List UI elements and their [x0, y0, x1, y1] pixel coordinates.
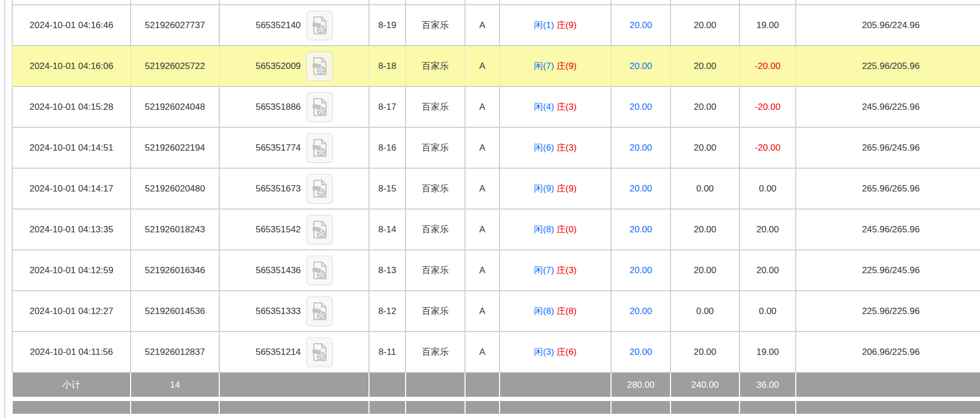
- cell-table-code: A: [465, 291, 500, 332]
- bet-amount-link[interactable]: 20.00: [630, 61, 652, 71]
- video-replay-button[interactable]: [306, 92, 333, 122]
- cell-win-loss: -20.00: [740, 46, 796, 86]
- game-id-text: 565351886: [255, 102, 300, 112]
- cell-round: 8-19: [369, 5, 406, 46]
- banker-result: 庄(9): [556, 20, 577, 30]
- table-row[interactable]: 2024-10-01 04:12:27521926014536565351333…: [12, 291, 980, 332]
- table-row[interactable]: 2024-10-01 04:13:35521926018243565351542…: [12, 209, 980, 250]
- bet-amount-link[interactable]: 20.00: [630, 102, 652, 112]
- cell-result: 闲(6) 庄(3): [500, 127, 611, 168]
- cell-win-loss: -20.00: [740, 127, 796, 168]
- cell-bet-time: 2024-10-01 04:12:27: [12, 291, 131, 332]
- clipped-total-row: [12, 399, 980, 414]
- cell-bet-time: 2024-10-01 04:13:35: [12, 209, 131, 250]
- video-file-icon: [311, 138, 328, 158]
- cell-balance: 245.96/225.96: [796, 86, 980, 127]
- table-row[interactable]: 2024-10-01 04:12:59521926016346565351436…: [12, 250, 980, 291]
- cell-game-type: 百家乐: [406, 46, 465, 86]
- cell-game-id: 565351673: [219, 168, 369, 209]
- win-loss-value: 19.00: [757, 347, 779, 357]
- cell-game-id: 565352140: [219, 5, 369, 46]
- cell-bet-amount: 20.00: [611, 250, 670, 291]
- cell-win-loss: 20.00: [740, 250, 796, 291]
- cell-bet-time: 2024-10-01 04:14:17: [12, 168, 131, 209]
- bet-amount-link[interactable]: 20.00: [630, 306, 652, 316]
- banker-result: 庄(0): [556, 224, 577, 234]
- cell-order-id: 521926020480: [131, 168, 219, 209]
- betting-records-table-wrap: 2024-10-01 04:16:46521926027737565352140…: [12, 0, 980, 414]
- banker-result: 庄(3): [556, 102, 577, 112]
- player-result: 闲(1): [534, 20, 554, 30]
- cell-valid-amount: 0.00: [670, 168, 740, 209]
- table-row[interactable]: 2024-10-01 04:14:51521926022194565351774…: [12, 127, 980, 168]
- cell-balance: 206.96/225.96: [796, 332, 980, 372]
- game-id-text: 565351436: [255, 265, 300, 276]
- video-replay-button[interactable]: [306, 256, 333, 285]
- cell-win-loss: 20.00: [740, 209, 796, 250]
- game-id-text: 565351542: [255, 224, 300, 235]
- bet-amount-link[interactable]: 20.00: [630, 224, 652, 234]
- cell-bet-time: 2024-10-01 04:12:59: [12, 250, 131, 291]
- video-file-icon: [311, 16, 328, 35]
- cell-game-type: 百家乐: [406, 332, 465, 372]
- table-row-highlighted[interactable]: 2024-10-01 04:16:06521926025722565352009…: [12, 46, 980, 86]
- video-replay-button[interactable]: [306, 11, 333, 40]
- bet-amount-link[interactable]: 20.00: [630, 20, 652, 30]
- video-replay-button[interactable]: [306, 337, 333, 367]
- cell-round: 8-18: [369, 46, 406, 86]
- cell-table-code: A: [465, 127, 500, 168]
- cell-table-code: A: [465, 46, 500, 86]
- cell-round: 8-12: [369, 291, 406, 332]
- cell-order-id: 521926012837: [131, 332, 219, 372]
- banker-result: 庄(9): [556, 184, 577, 194]
- cell-valid-amount: 20.00: [670, 250, 740, 291]
- cell-balance: 265.96/245.96: [796, 127, 980, 168]
- bet-amount-link[interactable]: 20.00: [630, 265, 652, 275]
- video-file-icon: [311, 343, 328, 362]
- bet-amount-link[interactable]: 20.00: [630, 143, 652, 153]
- cell-game-type: 百家乐: [406, 250, 465, 291]
- video-file-icon: [311, 220, 328, 239]
- cell-balance: 265.96/265.96: [796, 168, 980, 209]
- table-row[interactable]: 2024-10-01 04:16:46521926027737565352140…: [12, 5, 980, 46]
- cell-game-type: 百家乐: [406, 86, 465, 127]
- cell-game-type: 百家乐: [406, 5, 465, 46]
- banker-result: 庄(9): [556, 61, 577, 71]
- game-id-text: 565352140: [255, 20, 300, 31]
- cell-bet-amount: 20.00: [611, 5, 670, 46]
- cell-round: 8-17: [369, 86, 406, 127]
- bet-amount-link[interactable]: 20.00: [630, 184, 652, 194]
- bet-amount-link[interactable]: 20.00: [630, 347, 652, 357]
- game-id-text: 565351673: [255, 184, 300, 194]
- video-replay-button[interactable]: [306, 215, 333, 245]
- cell-result: 闲(8) 庄(0): [500, 209, 611, 250]
- cell-balance: 205.96/224.96: [796, 5, 980, 46]
- cell-win-loss: 0.00: [740, 291, 796, 332]
- table-row[interactable]: 2024-10-01 04:15:28521926024048565351886…: [12, 86, 980, 127]
- game-id-text: 565351214: [255, 347, 300, 358]
- video-replay-button[interactable]: [306, 297, 333, 326]
- cell-result: 闲(7) 庄(3): [500, 250, 611, 291]
- banker-result: 庄(8): [556, 306, 577, 316]
- cell-valid-amount: 20.00: [670, 209, 740, 250]
- cell-win-loss: 19.00: [740, 332, 796, 372]
- video-replay-button[interactable]: [306, 51, 333, 81]
- video-replay-button[interactable]: [306, 174, 333, 204]
- cell-game-id: 565351214: [219, 332, 369, 372]
- cell-bet-amount: 20.00: [611, 209, 670, 250]
- player-result: 闲(3): [534, 347, 554, 357]
- player-result: 闲(9): [534, 184, 554, 194]
- cell-round: 8-14: [369, 209, 406, 250]
- video-replay-button[interactable]: [306, 133, 333, 163]
- cell-round: 8-16: [369, 127, 406, 168]
- table-row[interactable]: 2024-10-01 04:14:17521926020480565351673…: [12, 168, 980, 209]
- cell-order-id: 521926027737: [131, 5, 219, 46]
- cell-game-id: 565351333: [219, 291, 369, 332]
- table-row[interactable]: 2024-10-01 04:11:56521926012837565351214…: [12, 332, 980, 372]
- cell-valid-amount: 0.00: [670, 291, 740, 332]
- game-id-text: 565351774: [255, 143, 300, 153]
- cell-order-id: 521926025722: [131, 46, 219, 86]
- cell-table-code: A: [465, 209, 500, 250]
- cell-balance: 225.96/225.96: [796, 291, 980, 332]
- win-loss-value: -20.00: [755, 61, 780, 71]
